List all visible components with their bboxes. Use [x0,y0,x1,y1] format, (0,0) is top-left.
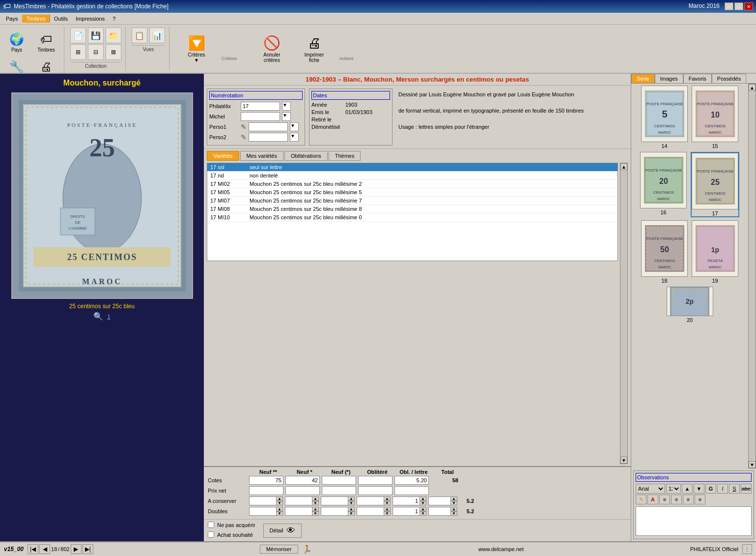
detail-button[interactable]: Détail 👁 [263,524,302,538]
thumb-20[interactable]: 2p 20 [667,287,713,323]
highlight-btn[interactable]: ✎ [636,495,646,504]
doubles-neuf0-input[interactable] [321,507,348,516]
a-conserver-qty-input[interactable] [392,497,420,505]
font-down-btn[interactable]: ▼ [694,484,704,494]
thumb-15[interactable]: POSTE FRANÇAISE 10 CENTIMOS MAROC 15 [692,86,738,149]
save-button[interactable]: 💾 [88,28,104,43]
thumb-16[interactable]: POSTE FRANÇAISE 20 CENTIMOS MAROC 16 [640,152,687,217]
varieties-scrollbar[interactable]: ▲ ▼ [620,163,628,464]
a-conserver-total-input[interactable] [428,497,451,505]
a-conserver-neuf2-input[interactable] [249,497,277,505]
varieties-table[interactable]: 17 ssl seul sur lettre 17 nd non dentelé… [207,163,618,261]
nav-last-button[interactable]: ▶| [83,544,93,554]
thumb-14[interactable]: POSTE FRANÇAISE 5 CENTIMOS MAROC 14 [641,86,688,149]
menu-timbres[interactable]: Timbres [22,14,50,23]
cotes-oblitere-input[interactable] [358,476,392,485]
pays-button[interactable]: 🌍 Pays [3,29,30,56]
ne-pas-acquerir-checkbox[interactable] [208,522,214,528]
doubles-neuf1-input[interactable] [285,507,312,516]
font-size-select[interactable]: 12 [666,484,681,494]
perso2-dropdown[interactable]: ▼ [290,133,299,142]
open-button[interactable]: 📁 [106,28,121,43]
spinner-ac-neuf2[interactable]: ▲▼ [276,497,283,505]
perso1-input[interactable] [249,122,288,131]
perso2-edit-icon[interactable]: ✎ [241,133,247,141]
spinner-d-total[interactable]: ▲▼ [450,507,457,516]
right-scrollbar[interactable]: ▲ ▼ [748,84,756,468]
variety-row-3[interactable]: 17 MI05 Mouchon 25 centimos sur 25c bleu… [207,188,617,197]
timbres-button[interactable]: 🏷 Timbres [32,29,60,56]
tab-obliterations[interactable]: Oblitérations [284,151,328,161]
maximize-button[interactable]: □ [734,2,743,10]
close-button[interactable]: ✕ [744,2,753,10]
prix-net-oblitere-input[interactable] [358,486,392,495]
spinner-d-neuf0[interactable]: ▲▼ [348,507,355,516]
michel-dropdown[interactable]: ▼ [282,112,291,121]
grid3-button[interactable]: ⊠ [106,44,121,60]
spinner-ac-neuf1[interactable]: ▲▼ [312,497,319,505]
doubles-oblitere-input[interactable] [357,507,384,516]
nav-first-button[interactable]: |◀ [28,544,38,554]
cotes-obl-lettre-input[interactable] [394,476,429,485]
font-up-btn[interactable]: ▲ [682,484,693,494]
thumb-19[interactable]: 1p PESETA MAROC 19 [692,220,738,284]
variety-row-6[interactable]: 17 MI10 Mouchon 25 centimos sur 25c bleu… [207,213,617,222]
thumb-17[interactable]: POSTE FRANÇAISE 25 CENTIMOS MAROC 17 [691,152,739,217]
prix-net-neuf1-input[interactable] [285,486,320,495]
scroll-down-btn[interactable]: ▼ [620,457,627,464]
philatelix-dropdown[interactable]: ▼ [282,102,291,111]
spinner-ac-total[interactable]: ▲▼ [450,497,457,505]
menu-pays[interactable]: Pays [2,15,22,23]
a-conserver-neuf0-input[interactable] [321,497,348,505]
grid1-button[interactable]: ⊞ [70,44,86,60]
spinner-d-obl[interactable]: ▲▼ [384,507,391,516]
annuler-criteres-button[interactable]: 🚫 Annuler critères [255,35,289,63]
perso2-input[interactable] [249,133,288,142]
statusbar-resize-icon[interactable]: ⋮ [742,544,752,554]
spinner-d-neuf1[interactable]: ▲▼ [312,507,319,516]
cotes-neuf2-input[interactable] [249,476,283,485]
minimize-button[interactable]: ─ [725,2,733,10]
tab-mes-varietes[interactable]: Mes variétés [240,151,283,161]
imprimer-fiche-button[interactable]: 🖨 Imprimer fiche [297,35,332,63]
doubles-total-input[interactable] [428,507,451,516]
memoriser-button[interactable]: Mémoriser [260,545,298,554]
scroll-up-btn[interactable]: ▲ [620,163,627,170]
nav-prev-button[interactable]: ◀ [39,544,50,554]
criteres-button[interactable]: 🔽 Critères ▼ [179,35,214,63]
spinner-d-qty[interactable]: ▲▼ [420,507,426,516]
tab-possedes[interactable]: Possédés [712,74,746,83]
right-scroll-down[interactable]: ▼ [749,461,756,468]
grid2-button[interactable]: ⊟ [88,44,104,60]
doubles-neuf2-input[interactable] [249,507,277,516]
cotes-neuf1-input[interactable] [285,476,320,485]
variety-row-5[interactable]: 17 MI08 Mouchon 25 centimos sur 25c bleu… [207,205,617,213]
menu-impressions[interactable]: Impressions [72,15,109,23]
tab-images[interactable]: Images [655,74,683,83]
align-left-btn[interactable]: ≡ [659,495,670,504]
menu-outils[interactable]: Outils [50,15,72,23]
spinner-ac-obl[interactable]: ▲▼ [384,497,391,505]
align-right-btn[interactable]: ≡ [683,495,694,504]
font-family-select[interactable]: Arial [636,484,665,494]
underline-btn[interactable]: S [729,484,740,494]
spinner-d-neuf2[interactable]: ▲▼ [276,507,283,516]
align-center-btn[interactable]: ≡ [671,495,682,504]
font-color-btn[interactable]: A [647,495,658,504]
strikethrough-btn[interactable]: abe [741,484,752,494]
prix-net-obl-lettre-input[interactable] [394,486,429,495]
vue2-button[interactable]: 📊 [149,28,165,43]
vue1-button[interactable]: 📋 [132,28,147,43]
a-conserver-neuf1-input[interactable] [285,497,312,505]
achat-souhaite-checkbox[interactable] [208,531,214,538]
tab-themes[interactable]: Thèmes [329,151,361,161]
a-conserver-oblitere-input[interactable] [357,497,384,505]
tab-serie[interactable]: Série [631,74,655,83]
variety-row-2[interactable]: 17 MI02 Mouchon 25 centimos sur 25c bleu… [207,180,617,188]
align-justify-btn[interactable]: ≡ [695,495,705,504]
prix-net-neuf0-input[interactable] [322,486,356,495]
right-scroll-up[interactable]: ▲ [749,84,756,91]
new-doc-button[interactable]: 📄 [70,28,86,43]
menu-help[interactable]: ? [109,15,119,23]
cotes-neuf0-input[interactable] [322,476,356,485]
